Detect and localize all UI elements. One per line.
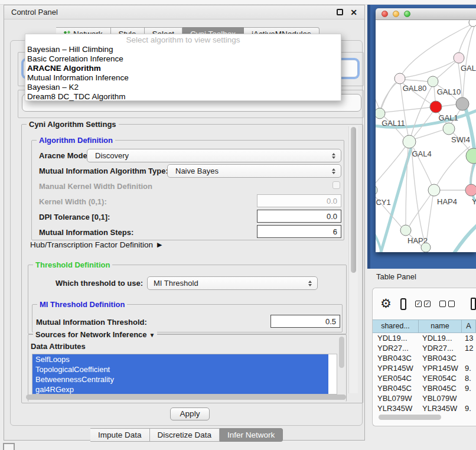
attribute-list-scrollbar[interactable] (339, 337, 344, 368)
table-row[interactable]: YLR345W YLR345W 9. (373, 403, 476, 413)
data-attributes-list: SelfLoopsTopologicalCoefficientBetweenne… (32, 354, 337, 394)
network-edge-highlighted[interactable] (376, 228, 382, 252)
hub-transcription-factor-section[interactable]: Hub/Transcription Factor Definition ▶ (30, 240, 162, 249)
algorithm-option[interactable]: Bayesian – K2 (25, 83, 341, 92)
network-edge[interactable] (437, 146, 470, 185)
window-zoom-icon[interactable] (404, 11, 410, 17)
network-edge[interactable] (385, 107, 430, 112)
network-edge[interactable] (382, 83, 396, 108)
network-node-GAL10[interactable] (428, 76, 438, 87)
node-label-Y: Y (472, 197, 476, 206)
gear-icon[interactable]: ⚙ (380, 298, 392, 310)
collapse-down-icon[interactable]: ▼ (149, 332, 155, 338)
network-edge[interactable] (442, 105, 456, 106)
apply-button[interactable]: Apply (170, 407, 210, 420)
split-columns-icon[interactable] (400, 298, 406, 310)
network-edge[interactable] (415, 130, 443, 139)
network-edge[interactable] (436, 62, 455, 79)
network-node-GAL2[interactable] (454, 53, 464, 63)
algorithm-option[interactable]: Bayesian – Hill Climbing (25, 45, 341, 54)
scrollbar-thumb[interactable] (379, 415, 441, 420)
float-window-icon[interactable] (337, 9, 343, 15)
cell-shared-name: YDR27... (373, 343, 419, 353)
attribute-list-item[interactable]: SelfLoops (32, 354, 328, 364)
network-node[interactable] (421, 243, 431, 252)
mi-threshold-field[interactable]: 0.5 (270, 315, 340, 328)
mi-algorithm-type-combobox[interactable]: Naive Bayes (167, 164, 341, 178)
hub-section-label: Hub/Transcription Factor Definition (30, 240, 153, 249)
table-row[interactable]: YDR27... YDR27... 12 (373, 343, 476, 353)
dpi-tolerance-field[interactable]: 0.0 (257, 210, 341, 223)
settings-horizontal-scrollbar[interactable] (25, 394, 347, 400)
attribute-list-item[interactable]: TopologicalCoefficient (32, 364, 328, 374)
table-row[interactable]: YER054C YER054C 8. (373, 373, 476, 383)
cell-value: 8. (462, 373, 476, 383)
column-header-clipped[interactable]: A (462, 320, 476, 332)
network-node-HAP4[interactable] (428, 184, 440, 196)
scrollbar-thumb[interactable] (351, 127, 356, 273)
network-window-titlebar[interactable] (376, 8, 476, 20)
mi-steps-field[interactable]: 6 (257, 225, 341, 238)
network-node-GAL11[interactable] (376, 108, 385, 119)
cyni-algorithm-settings-group: Cyni Algorithm Settings Algorithm Defini… (21, 124, 363, 403)
network-node-GCY1[interactable] (376, 185, 377, 195)
attribute-list-item[interactable]: BetweennessCentrality (32, 374, 328, 384)
network-canvas[interactable]: GAL2GAL80GAL10GAL1GAL11SWI4GAL4GCY1HAP4Y… (376, 20, 476, 252)
network-node-SWI4[interactable] (443, 123, 455, 135)
network-node-GAL1[interactable] (430, 101, 442, 113)
network-graph[interactable]: GAL2GAL80GAL10GAL1GAL11SWI4GAL4GCY1HAP4Y… (376, 20, 476, 252)
cell-name: YBR043C (419, 353, 462, 363)
algorithm-option[interactable]: Dream8 DC_TDC Algorithm (25, 92, 341, 102)
deselect-all-icon[interactable] (439, 301, 455, 307)
table-horizontal-scrollbar[interactable] (375, 415, 474, 420)
column-header-name[interactable]: name (419, 320, 462, 332)
desktop-edge-shadow (367, 5, 370, 269)
document-icon[interactable] (471, 298, 476, 310)
table-body: YDL19... YDL19... 13 YDR27... YDR27... 1… (373, 333, 476, 415)
cyni-bottom-tab[interactable]: Infer Network (220, 428, 283, 442)
aracne-mode-combobox[interactable]: Discovery (87, 149, 341, 162)
column-header-shared-name[interactable]: shared... (373, 320, 419, 332)
table-row[interactable]: YBL079W YBL079W (373, 393, 476, 403)
node-label-HAP4: HAP4 (437, 197, 457, 206)
network-node[interactable] (469, 20, 476, 27)
network-edge[interactable] (434, 87, 435, 101)
network-node-GAL4[interactable] (403, 135, 416, 148)
network-edge[interactable] (405, 80, 428, 81)
algorithm-definition-group: Algorithm Definition Aracne Mode: Discov… (31, 140, 344, 240)
aracne-mode-value: Discovery (87, 151, 329, 160)
network-node[interactable] (466, 148, 476, 164)
network-node-GAL80[interactable] (395, 73, 405, 84)
network-edge-highlighted[interactable] (454, 223, 476, 252)
network-node-HAP2[interactable] (400, 225, 411, 236)
window-minimize-icon[interactable] (393, 11, 399, 17)
select-all-icon[interactable]: ✓ ✓ (415, 301, 431, 307)
cyni-bottom-tab[interactable]: Discretize Data (150, 428, 220, 442)
network-node-Y[interactable] (465, 184, 476, 196)
algorithm-option[interactable]: Mutual Information Inference (25, 73, 341, 83)
node-label-GAL11: GAL11 (382, 119, 405, 128)
popup-prompt: Select algorithm to view settings (25, 35, 341, 45)
algorithm-option[interactable]: Basic Correlation Inference (25, 54, 341, 64)
network-edge[interactable] (376, 91, 379, 108)
which-threshold-combobox[interactable]: MI Threshold (147, 276, 318, 290)
settings-vertical-scrollbar[interactable] (348, 126, 358, 393)
window-close-icon[interactable] (382, 11, 388, 17)
cell-name: YBL079W (419, 393, 462, 403)
docked-panel-icon[interactable] (3, 443, 15, 450)
network-edge[interactable] (411, 87, 432, 136)
expand-right-icon[interactable]: ▶ (157, 241, 162, 249)
table-row[interactable]: YDL19... YDL19... 13 (373, 333, 476, 343)
table-row[interactable]: YBR045C YBR045C 9. (373, 383, 476, 393)
scrollbar-thumb[interactable] (26, 394, 346, 400)
close-icon[interactable]: ✕ (350, 8, 357, 17)
network-edge[interactable] (412, 148, 425, 243)
algorithm-option[interactable]: ARACNE Algorithm (25, 64, 341, 73)
node-label-GAL10: GAL10 (437, 87, 461, 96)
cyni-bottom-tab[interactable]: Impute Data (90, 428, 150, 442)
network-node[interactable] (456, 97, 469, 110)
table-row[interactable]: YBR043C YBR043C (373, 353, 476, 363)
table-row[interactable]: YPR145W YPR145W 9. (373, 363, 476, 373)
unchecked-box-icon (439, 301, 446, 307)
attribute-list-item[interactable]: gal4RGexp (32, 384, 328, 394)
